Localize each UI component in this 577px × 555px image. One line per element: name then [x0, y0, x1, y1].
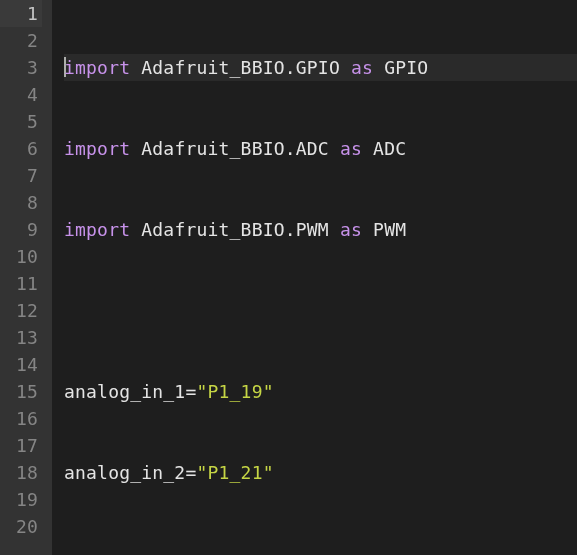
line-number-gutter: 1 2 3 4 5 6 7 8 9 10 11 12 13 14 15 16 1…	[0, 0, 52, 555]
line-number: 3	[0, 54, 42, 81]
line-number: 7	[0, 162, 42, 189]
line-number: 6	[0, 135, 42, 162]
line-number: 11	[0, 270, 42, 297]
line-number: 12	[0, 297, 42, 324]
code-line[interactable]: import Adafruit_BBIO.ADC as ADC	[64, 135, 577, 162]
line-number: 2	[0, 27, 42, 54]
line-number: 10	[0, 243, 42, 270]
code-line[interactable]: import Adafruit_BBIO.GPIO as GPIO	[64, 54, 577, 81]
line-number: 9	[0, 216, 42, 243]
code-editor: 1 2 3 4 5 6 7 8 9 10 11 12 13 14 15 16 1…	[0, 0, 577, 555]
line-number: 17	[0, 432, 42, 459]
line-number: 16	[0, 405, 42, 432]
code-line[interactable]	[64, 540, 577, 555]
code-line[interactable]: import Adafruit_BBIO.PWM as PWM	[64, 216, 577, 243]
code-line[interactable]: analog_in_2="P1_21"	[64, 459, 577, 486]
line-number: 14	[0, 351, 42, 378]
line-number: 19	[0, 486, 42, 513]
line-number: 13	[0, 324, 42, 351]
line-number: 8	[0, 189, 42, 216]
line-number: 20	[0, 513, 42, 540]
line-number: 15	[0, 378, 42, 405]
line-number: 18	[0, 459, 42, 486]
code-line[interactable]: analog_in_1="P1_19"	[64, 378, 577, 405]
line-number: 4	[0, 81, 42, 108]
line-number: 5	[0, 108, 42, 135]
code-area[interactable]: import Adafruit_BBIO.GPIO as GPIO import…	[52, 0, 577, 555]
line-number: 1	[0, 0, 42, 27]
code-line[interactable]	[64, 297, 577, 324]
